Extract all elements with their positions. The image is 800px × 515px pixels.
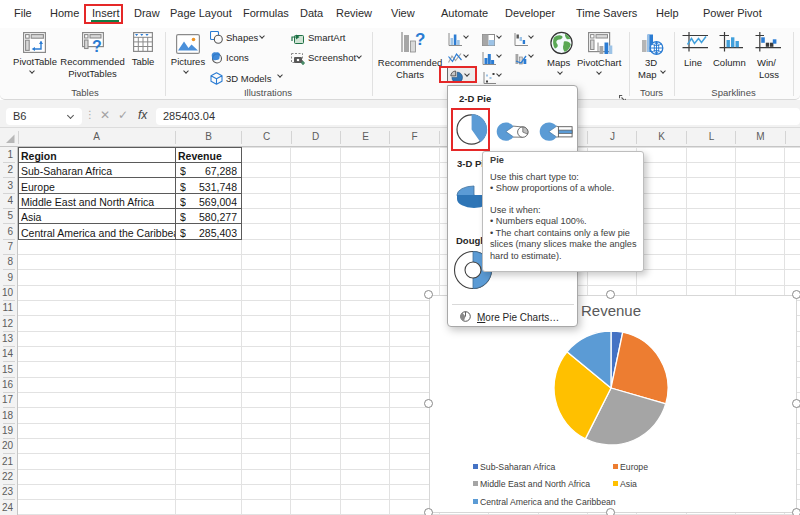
svg-text:?: ? xyxy=(92,38,102,54)
svg-text:?: ? xyxy=(415,31,425,49)
